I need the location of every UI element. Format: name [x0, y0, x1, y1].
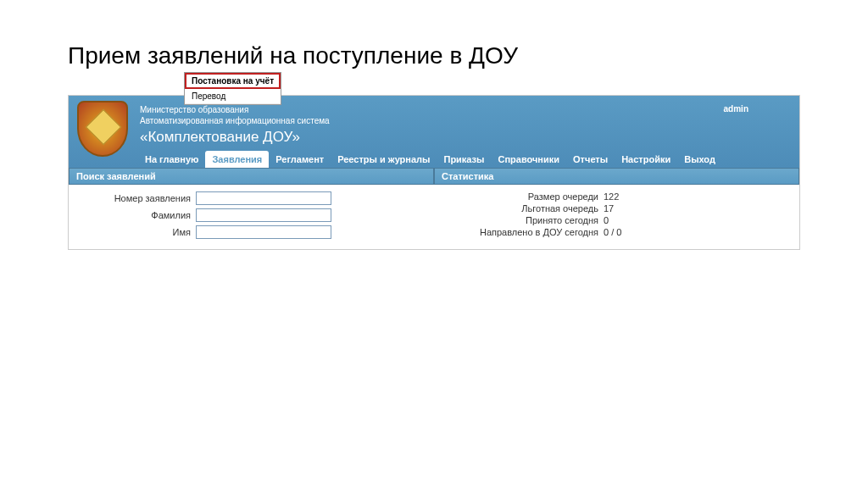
stat-label-priority: Льготная очередь [442, 203, 604, 214]
search-panel-body: Номер заявления Фамилия Имя [69, 185, 434, 249]
app-window: Министерство образования Автоматизирован… [68, 95, 800, 250]
search-panel-header: Поиск заявлений [69, 168, 434, 185]
slide-title: Прием заявлений на поступление в ДОУ [68, 42, 800, 69]
stat-row-priority: Льготная очередь 17 [442, 203, 791, 214]
nav-applications[interactable]: Заявления [205, 151, 269, 168]
shield-icon [77, 101, 128, 157]
nav-registers[interactable]: Реестры и журналы [331, 151, 437, 168]
label-lastname: Фамилия [77, 210, 196, 220]
input-lastname[interactable] [196, 208, 331, 222]
nav-reglament[interactable]: Регламент [269, 151, 331, 168]
header-subtitle: Автоматизированная информационная систем… [140, 115, 791, 126]
input-firstname[interactable] [196, 225, 331, 239]
main-nav: На главную Заявления Регламент Реестры и… [138, 149, 722, 168]
app-header: Министерство образования Автоматизирован… [69, 96, 799, 168]
nav-orders[interactable]: Приказы [437, 151, 491, 168]
stats-panel-body: Размер очереди 122 Льготная очередь 17 П… [434, 185, 799, 246]
form-row-lastname: Фамилия [77, 208, 426, 222]
stat-row-directed: Направлено в ДОУ сегодня 0 / 0 [442, 227, 791, 237]
form-row-number: Номер заявления [77, 191, 426, 205]
nav-settings[interactable]: Настройки [615, 151, 677, 168]
header-system-name: «Комплектование ДОУ» [140, 129, 791, 146]
form-row-firstname: Имя [77, 225, 426, 239]
nav-exit[interactable]: Выход [677, 151, 722, 168]
admin-user-label[interactable]: admin [724, 104, 748, 114]
stat-label-queue: Размер очереди [442, 191, 604, 202]
logo-emblem [77, 101, 130, 158]
search-panel: Поиск заявлений Номер заявления Фамилия … [69, 168, 434, 249]
stat-row-queue: Размер очереди 122 [442, 191, 791, 202]
stat-value-directed: 0 / 0 [604, 227, 621, 237]
stat-value-queue: 122 [604, 191, 619, 202]
nav-directories[interactable]: Справочники [491, 151, 566, 168]
label-number: Номер заявления [77, 193, 196, 203]
header-text-block: Министерство образования Автоматизирован… [140, 101, 791, 146]
content-area: Поиск заявлений Номер заявления Фамилия … [69, 168, 799, 249]
dropdown-item-transfer[interactable]: Перевод [185, 89, 281, 104]
stats-panel: Статистика Размер очереди 122 Льготная о… [434, 168, 799, 249]
nav-home[interactable]: На главную [138, 151, 205, 168]
dropdown-item-registration[interactable]: Постановка на учёт [185, 73, 281, 89]
stat-value-priority: 17 [604, 203, 614, 214]
stat-label-directed: Направлено в ДОУ сегодня [442, 227, 604, 237]
stat-label-accepted: Принято сегодня [442, 215, 604, 225]
header-ministry: Министерство образования [140, 104, 791, 115]
stat-value-accepted: 0 [604, 215, 609, 225]
applications-dropdown: Постановка на учёт Перевод [184, 72, 281, 105]
nav-reports[interactable]: Отчеты [566, 151, 615, 168]
shield-inner-icon [86, 109, 121, 145]
stats-panel-header: Статистика [434, 168, 799, 185]
label-firstname: Имя [77, 227, 196, 237]
stat-row-accepted: Принято сегодня 0 [442, 215, 791, 225]
input-number[interactable] [196, 191, 331, 205]
